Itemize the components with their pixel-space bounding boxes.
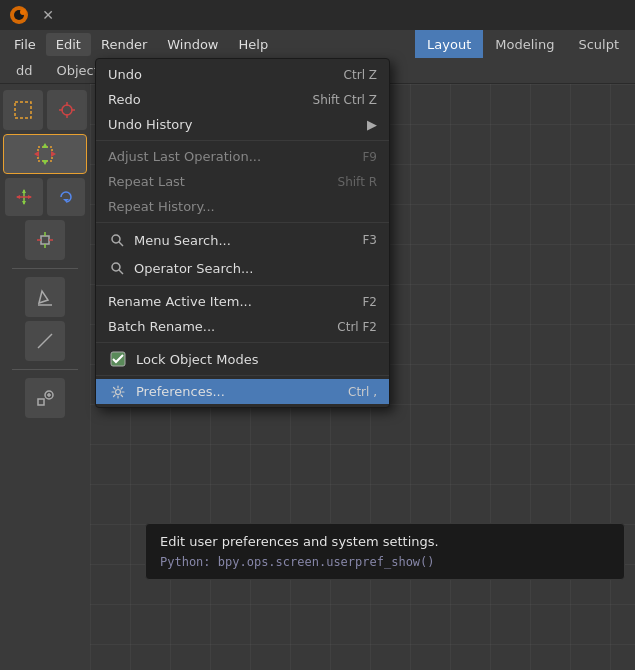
- svg-point-36: [112, 263, 120, 271]
- operator-search-icon: [108, 259, 126, 277]
- tab-layout[interactable]: Layout: [415, 30, 483, 58]
- svg-point-4: [62, 105, 72, 115]
- svg-line-35: [119, 242, 123, 246]
- svg-marker-12: [34, 151, 39, 157]
- preferences-gear-icon: [108, 385, 128, 399]
- menu-redo[interactable]: Redo Shift Ctrl Z: [96, 87, 389, 112]
- operator-search-label: Operator Search...: [134, 261, 253, 276]
- menu-preferences[interactable]: Preferences... Ctrl ,: [96, 379, 389, 404]
- menu-item-help[interactable]: Help: [229, 33, 279, 56]
- tab-sculpt[interactable]: Sculpt: [566, 30, 631, 58]
- menu-undo-history[interactable]: Undo History ▶: [96, 112, 389, 137]
- svg-marker-16: [22, 189, 26, 193]
- sep-3: [96, 285, 389, 286]
- batch-rename-label: Batch Rename...: [108, 319, 215, 334]
- tool-select-box[interactable]: [3, 90, 43, 130]
- svg-rect-3: [15, 102, 31, 118]
- svg-marker-13: [51, 151, 56, 157]
- svg-point-2: [20, 9, 26, 15]
- svg-marker-10: [42, 143, 48, 148]
- svg-marker-11: [42, 160, 48, 165]
- undo-label: Undo: [108, 67, 142, 82]
- tool-move[interactable]: [5, 178, 43, 216]
- svg-marker-19: [28, 195, 32, 199]
- menu-repeat-last[interactable]: Repeat Last Shift R: [96, 169, 389, 194]
- left-panel: [0, 84, 90, 670]
- tool-add-object[interactable]: [25, 378, 65, 418]
- adjust-last-label: Adjust Last Operation...: [108, 149, 261, 164]
- svg-rect-9: [38, 147, 52, 161]
- menu-item-file[interactable]: File: [4, 33, 46, 56]
- tab-modeling[interactable]: Modeling: [483, 30, 566, 58]
- operator-search[interactable]: Operator Search...: [96, 254, 389, 282]
- redo-shortcut: Shift Ctrl Z: [313, 93, 377, 107]
- menu-item-render[interactable]: Render: [91, 33, 157, 56]
- menu-adjust-last[interactable]: Adjust Last Operation... F9: [96, 144, 389, 169]
- menu-batch-rename[interactable]: Batch Rename... Ctrl F2: [96, 314, 389, 339]
- sep-4: [96, 342, 389, 343]
- batch-rename-shortcut: Ctrl F2: [337, 320, 377, 334]
- sep-1: [96, 140, 389, 141]
- tooltip: Edit user preferences and system setting…: [145, 523, 625, 580]
- preferences-shortcut: Ctrl ,: [348, 385, 377, 399]
- undo-shortcut: Ctrl Z: [344, 68, 377, 82]
- tool-scale[interactable]: [25, 220, 65, 260]
- tool-annotate[interactable]: [25, 277, 65, 317]
- svg-line-37: [119, 270, 123, 274]
- lock-object-modes-label: Lock Object Modes: [136, 352, 258, 367]
- menu-search-label: Menu Search...: [134, 233, 231, 248]
- search-icon: [108, 231, 126, 249]
- svg-marker-17: [22, 201, 26, 205]
- workspace-tabs: Layout Modeling Sculpt: [415, 30, 631, 58]
- menu-undo[interactable]: Undo Ctrl Z: [96, 62, 389, 87]
- redo-label: Redo: [108, 92, 141, 107]
- menu-repeat-history[interactable]: Repeat History...: [96, 194, 389, 219]
- menu-item-edit[interactable]: Edit: [46, 33, 91, 56]
- tool-rotate[interactable]: [47, 178, 85, 216]
- menu-rename-active[interactable]: Rename Active Item... F2: [96, 289, 389, 314]
- tooltip-python: Python: bpy.ops.screen.userpref_show(): [160, 555, 610, 569]
- menu-search-shortcut: F3: [362, 233, 377, 247]
- tool-transform[interactable]: [3, 134, 87, 174]
- adjust-last-shortcut: F9: [362, 150, 377, 164]
- tooltip-title: Edit user preferences and system setting…: [160, 534, 610, 549]
- tool-cursor[interactable]: [47, 90, 87, 130]
- repeat-last-label: Repeat Last: [108, 174, 185, 189]
- svg-marker-18: [16, 195, 20, 199]
- svg-point-39: [116, 389, 121, 394]
- rename-active-shortcut: F2: [362, 295, 377, 309]
- undo-history-label: Undo History: [108, 117, 192, 132]
- menu-item-window[interactable]: Window: [157, 33, 228, 56]
- menu-lock-object-modes[interactable]: Lock Object Modes: [96, 346, 389, 372]
- repeat-last-shortcut: Shift R: [338, 175, 377, 189]
- blender-logo: [8, 4, 30, 26]
- title-bar: ✕: [0, 0, 635, 30]
- edit-dropdown-menu: Undo Ctrl Z Redo Shift Ctrl Z Undo Histo…: [95, 58, 390, 408]
- pin-icon[interactable]: ✕: [40, 7, 56, 23]
- menu-bar: File Edit Render Window Help Layout Mode…: [0, 30, 635, 58]
- svg-point-34: [112, 235, 120, 243]
- lock-object-modes-checkbox: [108, 351, 128, 367]
- tool-measure[interactable]: [25, 321, 65, 361]
- menu-search[interactable]: Menu Search... F3: [96, 226, 389, 254]
- repeat-history-label: Repeat History...: [108, 199, 215, 214]
- undo-history-arrow: ▶: [367, 117, 377, 132]
- preferences-label: Preferences...: [136, 384, 225, 399]
- sep-5: [96, 375, 389, 376]
- svg-rect-30: [38, 399, 44, 405]
- subheader-add[interactable]: dd: [8, 61, 41, 80]
- sep-2: [96, 222, 389, 223]
- rename-active-label: Rename Active Item...: [108, 294, 252, 309]
- svg-rect-21: [41, 236, 49, 244]
